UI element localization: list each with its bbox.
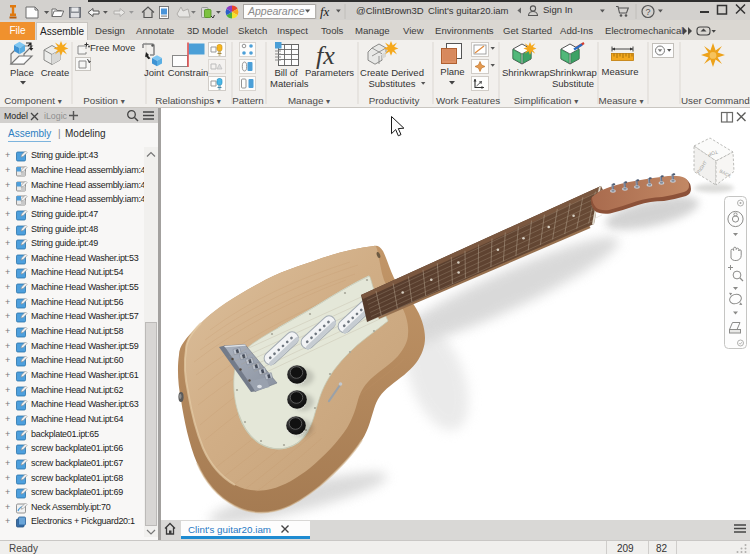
svg-text:Appearance: Appearance bbox=[247, 5, 305, 17]
svg-text:fx: fx bbox=[316, 41, 335, 70]
svg-text:Clint's guitar20.iam: Clint's guitar20.iam bbox=[428, 5, 509, 16]
svg-text:Sign In: Sign In bbox=[543, 4, 573, 15]
svg-text:?: ? bbox=[646, 7, 651, 17]
svg-text:@ClintBrown3D: @ClintBrown3D bbox=[356, 5, 424, 16]
svg-text:fx: fx bbox=[320, 4, 330, 19]
